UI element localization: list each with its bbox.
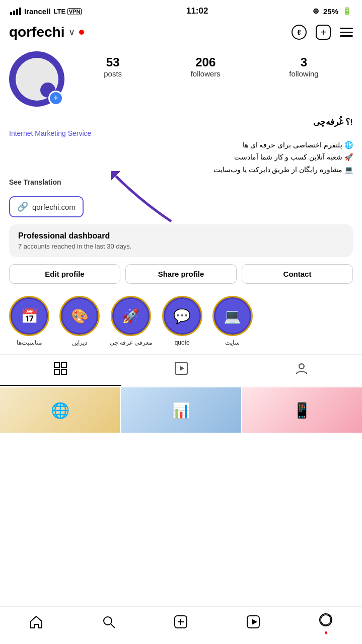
menu-line [340,35,353,37]
share-profile-button[interactable]: Share profile [125,264,237,284]
svg-marker-6 [180,366,184,371]
notification-dot [79,30,84,35]
nav-reels-button[interactable] [246,615,260,632]
following-count: 3 [289,55,318,69]
highlight-item-1[interactable]: 🎨 دیزاین [59,296,100,346]
content-tabs [0,354,362,386]
bio-line-1: 🌐 پلتفرم اختصاصی برای حرفه ای ها [9,139,353,150]
link-icon: 🔗 [17,201,28,212]
post-thumb-3[interactable]: 📱 [242,387,362,433]
tagged-icon [295,362,308,378]
see-translation-button[interactable]: See Translation [9,178,353,186]
followers-label: followers [191,69,221,78]
nav-create-button[interactable] [174,615,188,632]
dashboard-title: Professional dashboard [18,231,344,240]
post-thumb-2[interactable]: 📊 [121,387,241,433]
location-icon: ⊕ [313,7,319,16]
avatar-wrap: + [9,51,64,107]
highlight-label-2: معرفی غرفه چی [110,339,152,346]
stats-row: 53 posts 206 followers 3 following [64,51,353,78]
profile-nav-icon [319,613,333,630]
svg-rect-2 [61,362,66,367]
posts-label: posts [104,69,122,78]
username-label: qorfechi [9,24,64,40]
contact-button[interactable]: Contact [242,264,353,284]
followers-count: 206 [191,55,221,69]
posts-preview: 🌐 📊 📱 [0,386,362,434]
vpn-label: VPN [67,8,82,15]
website-area: 🔗 qorfechi.com [0,191,362,224]
time-label: 11:02 [186,6,208,16]
svg-marker-15 [252,619,257,625]
svg-rect-1 [54,362,59,367]
bio-line-3: 💻 مشاوره رایگان از طریق دایرکت یا وب‌سای… [9,164,353,175]
status-bar: Irancell LTE VPN 11:02 ⊕ 25% 🔋 [0,0,362,20]
battery-icon: 🔋 [342,7,352,16]
grid-icon [54,362,67,378]
highlight-label-0: مناسبت‌ها [9,339,49,346]
service-link[interactable]: Internet Marketing Service [9,129,353,137]
active-indicator [325,631,327,634]
dashboard-card[interactable]: Professional dashboard 7 accounts reache… [9,224,353,257]
menu-line [340,32,353,33]
network-label: LTE VPN [54,8,82,15]
battery-label: 25% [323,7,338,16]
bio-section: !؟ غُرفه‌چی Internet Marketing Service 🌐… [0,115,362,191]
bottom-nav [0,606,362,644]
website-label: qorfechi.com [32,203,76,211]
carrier-label: Irancell [24,7,51,16]
threads-icon: ℓ [292,25,307,40]
reels-nav-icon [246,615,260,632]
svg-rect-8 [300,364,304,368]
highlight-item-0[interactable]: 📅 مناسبت‌ها [9,296,49,346]
tab-reels[interactable] [121,355,242,386]
chevron-down-icon[interactable]: ∨ [68,27,75,38]
following-label: following [289,69,318,78]
home-icon [29,615,43,632]
create-icon [174,615,188,632]
search-icon [102,615,116,632]
tab-tagged[interactable] [241,355,362,386]
highlight-item-2[interactable]: 🚀 معرفی غرفه چی [110,296,152,346]
post-thumb-1[interactable]: 🌐 [0,387,120,433]
highlight-item-3[interactable]: 💬 quote [162,296,202,346]
svg-rect-3 [54,369,59,374]
bio-line-2: 🚀 شعبه آنلاین کسب و کار شما آمادست [9,151,353,163]
header-icons: ℓ + [292,25,353,40]
highlights-row: 📅 مناسبت‌ها 🎨 دیزاین 🚀 معرفی غرفه چی 💬 q… [0,292,362,354]
threads-button[interactable]: ℓ [292,25,307,40]
reels-icon [175,362,188,378]
nav-profile-button[interactable] [319,613,333,634]
signal-icon [10,8,21,15]
followers-stat[interactable]: 206 followers [191,55,221,78]
status-left: Irancell LTE VPN [10,7,82,16]
posts-stat[interactable]: 53 posts [104,55,122,78]
highlight-item-4[interactable]: 💻 سایت [212,296,253,346]
menu-button[interactable] [340,28,353,37]
highlight-label-4: سایت [212,339,253,346]
plus-square-icon: + [316,25,331,40]
highlight-label-3: quote [162,339,202,346]
website-button[interactable]: 🔗 qorfechi.com [9,196,84,217]
svg-point-17 [321,615,331,625]
status-right: ⊕ 25% 🔋 [313,7,352,16]
highlight-label-1: دیزاین [59,339,100,346]
add-story-button[interactable]: + [48,91,63,106]
svg-rect-4 [61,369,66,374]
action-buttons: Edit profile Share profile Contact [0,264,362,292]
nav-search-button[interactable] [102,615,116,632]
following-stat[interactable]: 3 following [289,55,318,78]
svg-point-16 [320,614,332,626]
menu-line [340,28,353,29]
profile-section: + 53 posts 206 followers 3 following [0,46,362,115]
add-post-button[interactable]: + [316,25,331,40]
posts-count: 53 [104,55,122,69]
username-row: qorfechi ∨ [9,24,84,40]
display-name: !؟ غُرفه‌چی [9,117,353,127]
tab-grid[interactable] [0,355,121,386]
nav-home-button[interactable] [29,615,43,632]
svg-point-9 [104,617,112,625]
profile-header: qorfechi ∨ ℓ + [0,20,362,46]
edit-profile-button[interactable]: Edit profile [9,264,120,284]
dashboard-subtitle: 7 accounts reached in the last 30 days. [18,243,344,250]
